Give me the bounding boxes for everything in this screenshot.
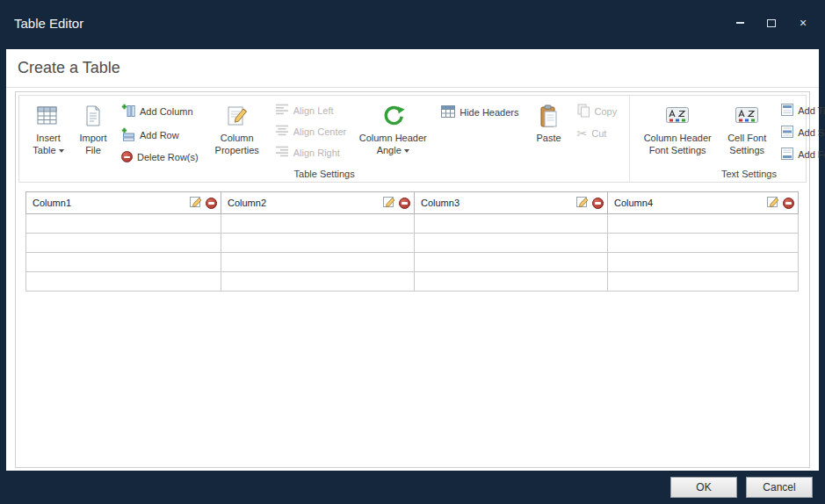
add-footer-label: Add Footer bbox=[798, 149, 825, 160]
table-cell[interactable] bbox=[221, 253, 415, 272]
edit-column-icon[interactable] bbox=[767, 196, 779, 210]
cell-font-settings-label: Cell Font Settings bbox=[723, 132, 771, 157]
column-properties-label: Column Properties bbox=[209, 132, 265, 157]
edit-column-icon[interactable] bbox=[190, 196, 202, 210]
column-header[interactable]: Column1 bbox=[26, 192, 221, 214]
maximize-button[interactable] bbox=[758, 12, 785, 33]
dropdown-caret-icon bbox=[404, 149, 409, 153]
column-name: Column3 bbox=[421, 198, 573, 208]
ribbon-group-table-settings: Insert Table Import File bbox=[19, 96, 630, 182]
add-column-label: Add Column bbox=[140, 106, 193, 117]
import-file-button[interactable]: Import File bbox=[74, 100, 112, 159]
column-header[interactable]: Column4 bbox=[608, 192, 799, 214]
edit-column-icon[interactable] bbox=[383, 196, 395, 210]
align-left-button[interactable]: Align Left bbox=[276, 104, 347, 117]
table-row bbox=[26, 253, 799, 272]
table-cell[interactable] bbox=[221, 214, 415, 234]
hide-headers-label: Hide Headers bbox=[460, 107, 518, 118]
add-sub-title-button[interactable]: Add Sub Title bbox=[781, 126, 825, 140]
content-panel: Insert Table Import File bbox=[15, 91, 810, 468]
align-center-label: Align Center bbox=[293, 126, 347, 137]
hide-headers-icon bbox=[441, 105, 455, 119]
add-sub-title-label: Add Sub Title bbox=[798, 127, 825, 138]
column-name: Column2 bbox=[228, 198, 380, 208]
delete-column-icon[interactable] bbox=[399, 198, 410, 209]
column-header-font-settings-button[interactable]: Column Header Font Settings bbox=[637, 100, 718, 159]
cut-button[interactable]: ✂ Cut bbox=[577, 127, 618, 140]
delete-rows-icon bbox=[121, 151, 133, 162]
add-footer-icon bbox=[781, 148, 793, 162]
table-row bbox=[26, 234, 799, 253]
table-cell[interactable] bbox=[221, 234, 415, 253]
window-title: Table Editor bbox=[14, 16, 83, 31]
table-cell[interactable] bbox=[608, 214, 799, 234]
table-cell[interactable] bbox=[415, 234, 608, 253]
ribbon-group-text-settings: Column Header Font Settings Cell bbox=[630, 96, 825, 182]
page-title: Create a Table bbox=[6, 49, 819, 88]
clipboard-stack: Copy ✂ Cut bbox=[577, 104, 618, 140]
ribbon: Insert Table Import File bbox=[18, 95, 807, 183]
table-row bbox=[26, 214, 799, 234]
align-right-label: Align Right bbox=[293, 148, 340, 158]
cell-font-settings-button[interactable]: Cell Font Settings bbox=[721, 100, 772, 159]
paste-button[interactable]: Paste bbox=[530, 100, 568, 146]
selected-cell[interactable] bbox=[26, 214, 221, 234]
edit-column-icon[interactable] bbox=[576, 196, 589, 210]
add-title-button[interactable]: Add Title bbox=[781, 104, 825, 118]
table-cell[interactable] bbox=[26, 234, 221, 253]
copy-button[interactable]: Copy bbox=[577, 104, 618, 119]
table-cell[interactable] bbox=[26, 253, 221, 272]
table-row bbox=[26, 272, 799, 292]
row-actions-stack: Add Column Add Row bbox=[121, 104, 199, 162]
minimize-button[interactable] bbox=[727, 12, 753, 33]
group-label-text-settings: Text Settings bbox=[630, 169, 825, 179]
window-controls: × bbox=[727, 12, 816, 33]
delete-column-icon[interactable] bbox=[783, 198, 794, 209]
content-area: Create a Table bbox=[6, 49, 819, 471]
column-header-angle-label: Column Header Angle bbox=[359, 133, 427, 155]
table-cell[interactable] bbox=[415, 253, 608, 272]
window: { "window": { "title": "Table Editor", "… bbox=[0, 0, 825, 504]
copy-label: Copy bbox=[595, 106, 618, 117]
paste-label: Paste bbox=[536, 132, 561, 144]
data-table: Column1 Column2 Column3 bbox=[25, 191, 799, 292]
column-header[interactable]: Column2 bbox=[221, 192, 415, 214]
table-cell[interactable] bbox=[415, 272, 608, 292]
insert-table-button[interactable]: Insert Table bbox=[26, 100, 70, 159]
table-cell[interactable] bbox=[26, 272, 221, 292]
cell-font-settings-icon bbox=[735, 102, 758, 130]
align-right-button[interactable]: Align Right bbox=[276, 146, 347, 159]
table-cell[interactable] bbox=[415, 214, 608, 234]
close-button[interactable]: × bbox=[790, 12, 816, 33]
add-title-label: Add Title bbox=[798, 105, 825, 116]
delete-column-icon[interactable] bbox=[206, 198, 217, 209]
table-cell[interactable] bbox=[608, 272, 799, 292]
column-header-angle-button[interactable]: Column Header Angle bbox=[355, 100, 431, 159]
add-footer-button[interactable]: Add Footer bbox=[781, 148, 825, 162]
add-column-button[interactable]: Add Column bbox=[121, 104, 199, 119]
table-cell[interactable] bbox=[221, 272, 415, 292]
cancel-button[interactable]: Cancel bbox=[746, 477, 813, 498]
ok-button[interactable]: OK bbox=[670, 477, 737, 498]
column-properties-button[interactable]: Column Properties bbox=[207, 100, 267, 159]
add-title-icon bbox=[781, 104, 793, 118]
insert-table-label: Insert Table bbox=[33, 133, 60, 155]
delete-rows-button[interactable]: Delete Row(s) bbox=[121, 151, 199, 162]
add-row-button[interactable]: Add Row bbox=[121, 127, 199, 143]
add-row-icon bbox=[121, 127, 135, 143]
table-cell[interactable] bbox=[608, 253, 799, 272]
table-wrap: Column1 Column2 Column3 bbox=[25, 191, 800, 292]
add-sub-title-icon bbox=[781, 126, 793, 140]
import-file-icon bbox=[84, 102, 102, 130]
dropdown-caret-icon bbox=[59, 149, 64, 153]
import-file-label: Import File bbox=[76, 132, 111, 157]
hide-headers-button[interactable]: Hide Headers bbox=[441, 105, 518, 119]
insert-table-icon bbox=[37, 102, 60, 130]
header-row: Column1 Column2 Column3 bbox=[26, 192, 799, 214]
delete-column-icon[interactable] bbox=[592, 198, 604, 209]
column-header-font-settings-label: Column Header Font Settings bbox=[639, 132, 716, 157]
align-center-button[interactable]: Align Center bbox=[276, 125, 347, 138]
column-header[interactable]: Column3 bbox=[415, 192, 608, 214]
column-name: Column4 bbox=[614, 198, 763, 208]
table-cell[interactable] bbox=[608, 234, 799, 253]
